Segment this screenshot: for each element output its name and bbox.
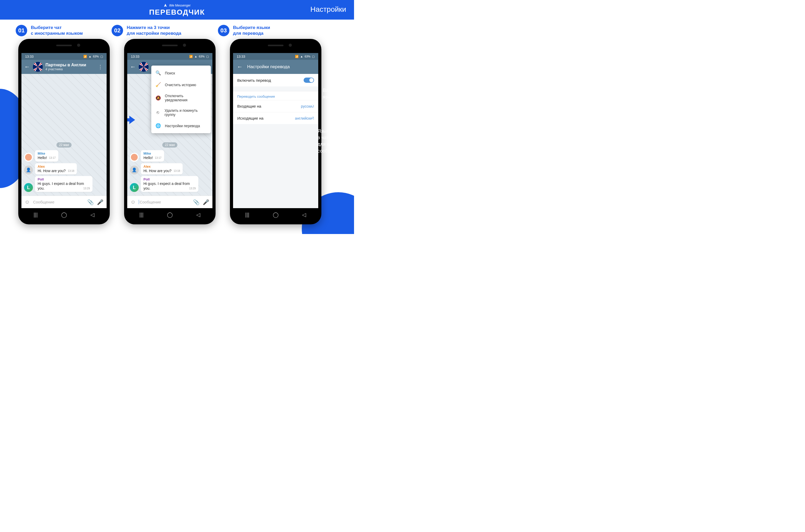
screen-3: 13:33 📶 ▲ 63% ▢ ← Настройки перевода Вкл… (233, 53, 318, 208)
menu-label: Отключить уведомления (165, 94, 207, 102)
emoji-icon[interactable]: ☺ (24, 199, 30, 205)
mic-icon[interactable]: 🎤 (97, 199, 104, 205)
sender-name: Poll (144, 177, 196, 181)
message-input-placeholder[interactable]: Сообщение (33, 200, 84, 204)
attach-icon[interactable]: 📎 (87, 199, 94, 205)
leave-icon: ⎋ (155, 110, 161, 115)
signal-icon: ▲ (89, 55, 91, 58)
status-icons: 📶 ▲ 63% ▢ (189, 55, 209, 58)
pointer-arrow-icon (127, 115, 135, 125)
message-poll[interactable]: L Poll Hi guys. I expect a deal from you… (24, 176, 104, 192)
menu-mute[interactable]: 🔕 Отключить уведомления (151, 91, 211, 105)
outgoing-language-row[interactable]: Исходящие на английский (233, 112, 318, 124)
nav-home-icon[interactable]: ◯ (61, 212, 67, 218)
sender-name: Alex (144, 165, 180, 168)
message-time: 13:17 (49, 156, 56, 159)
back-arrow-icon[interactable]: ← (237, 63, 243, 70)
attach-icon[interactable]: 📎 (193, 199, 200, 205)
sender-name: Alex (38, 165, 74, 168)
android-nav-bar: ||| ◯ ◁ (21, 208, 107, 221)
phone-speaker (56, 45, 72, 46)
sender-name: Poll (38, 177, 90, 181)
message-alex[interactable]: 👤 Alex Hi. How are you? 13:18 (24, 163, 104, 174)
step-2: 02 Нажмите на 3 точки для настройки пере… (112, 25, 181, 36)
menu-translation-settings[interactable]: 🌐 Настройки перевода (151, 120, 211, 132)
message-text: Hi guys. I expect a deal from you. (144, 182, 190, 190)
emoji-icon[interactable]: ☺ (130, 199, 136, 205)
chat-body[interactable]: 22 мая Mike Hello! 13:17 👤 (21, 74, 107, 196)
annotation-native-lang: Ваш родной язык (323, 87, 349, 100)
date-pill: 22 мая (162, 142, 177, 148)
wifi-icon: 📶 (83, 55, 87, 58)
outgoing-language-label: Исходящие на (237, 116, 263, 120)
message-mike[interactable]: Mike Hello! 13:17 (130, 150, 210, 162)
menu-label: Очистить историю (165, 83, 196, 87)
step-3: 03 Выберите языки для перевода (218, 25, 270, 36)
phone-speaker (268, 45, 283, 46)
menu-label: Настройки перевода (165, 124, 200, 128)
chat-header[interactable]: ← Партнеры в Англии 4 участника ⋮ (21, 60, 107, 74)
message-time: 13:17 (155, 156, 162, 159)
menu-search[interactable]: 🔍 Поиск (151, 67, 211, 79)
back-arrow-icon[interactable]: ← (130, 63, 136, 70)
message-input-bar[interactable]: ☺ Сообщение 📎 🎤 (127, 196, 212, 208)
enable-translation-toggle[interactable] (304, 78, 314, 83)
screen-2: 13:33 📶 ▲ 63% ▢ ← 🔍 Поиск (127, 53, 212, 208)
battery-label: 63% (305, 55, 311, 58)
chat-avatar-uk-flag[interactable] (33, 62, 43, 72)
nav-back-icon[interactable]: ◁ (195, 212, 202, 218)
menu-clear-history[interactable]: 🧹 Очистить историю (151, 79, 211, 91)
top-banner: iMe Messenger ПЕРЕВОДЧИК Настройки (0, 0, 354, 20)
nav-back-icon[interactable]: ◁ (301, 212, 307, 218)
menu-label: Поиск (165, 71, 175, 75)
message-mike[interactable]: Mike Hello! 13:17 (24, 150, 104, 162)
message-input-placeholder[interactable]: Сообщение (139, 200, 190, 204)
signal-icon: ▲ (300, 55, 303, 58)
menu-label: Удалить и покинуть группу (165, 108, 207, 117)
avatar-alex[interactable]: 👤 (24, 166, 33, 174)
message-input-bar[interactable]: ☺ Сообщение 📎 🎤 (21, 196, 107, 208)
battery-label: 63% (93, 55, 99, 58)
battery-icon: ▢ (206, 55, 209, 58)
status-bar: 13:33 📶 ▲ 63% ▢ (127, 53, 212, 60)
mute-icon: 🔕 (155, 95, 161, 101)
more-menu-icon[interactable]: ⋮ (97, 64, 104, 70)
phone-speaker (162, 45, 178, 46)
avatar-mike[interactable] (24, 153, 33, 162)
avatar-poll[interactable]: L (24, 183, 33, 192)
message-poll[interactable]: L Poll Hi guys. I expect a deal from you… (130, 176, 210, 192)
screen-1: 13:33 📶 ▲ 63% ▢ ← Партнеры в Англии 4 уч… (21, 53, 107, 208)
status-time: 13:33 (131, 55, 139, 58)
chat-avatar-uk-flag[interactable] (139, 62, 149, 72)
brand-text: iMe Messenger (169, 4, 190, 7)
wifi-icon: 📶 (295, 55, 299, 58)
avatar-mike[interactable] (130, 153, 139, 162)
mic-icon[interactable]: 🎤 (203, 199, 209, 205)
nav-home-icon[interactable]: ◯ (167, 212, 173, 218)
message-time: 13:18 (68, 170, 74, 172)
message-text: Hello! (144, 156, 153, 160)
broom-icon: 🧹 (155, 82, 161, 88)
avatar-alex[interactable]: 👤 (130, 166, 139, 174)
menu-leave-group[interactable]: ⎋ Удалить и покинуть группу (151, 105, 211, 120)
sender-name: Mike (144, 151, 162, 155)
incoming-language-row[interactable]: Входящие на русский (233, 100, 318, 112)
avatar-poll[interactable]: L (130, 183, 139, 192)
back-arrow-icon[interactable]: ← (24, 63, 30, 70)
banner-settings-label: Настройки (311, 5, 346, 14)
nav-recents-icon[interactable]: ||| (138, 212, 145, 218)
nav-back-icon[interactable]: ◁ (89, 212, 96, 218)
battery-icon: ▢ (100, 55, 103, 58)
annotation-connector-dot (312, 118, 315, 121)
chat-title: Партнеры в Англии (45, 63, 86, 68)
chat-subtitle: 4 участника (45, 68, 86, 71)
status-icons: 📶 ▲ 63% ▢ (83, 55, 103, 58)
date-pill: 22 мая (56, 142, 72, 148)
search-icon: 🔍 (155, 70, 161, 76)
enable-translation-row[interactable]: Включить перевод (233, 74, 318, 87)
nav-recents-icon[interactable]: ||| (32, 212, 39, 218)
message-alex[interactable]: 👤 Alex Hi. How are you? 13:18 (130, 163, 210, 174)
phone-2: 13:33 📶 ▲ 63% ▢ ← 🔍 Поиск (124, 39, 216, 224)
nav-home-icon[interactable]: ◯ (273, 212, 279, 218)
nav-recents-icon[interactable]: ||| (244, 212, 250, 218)
